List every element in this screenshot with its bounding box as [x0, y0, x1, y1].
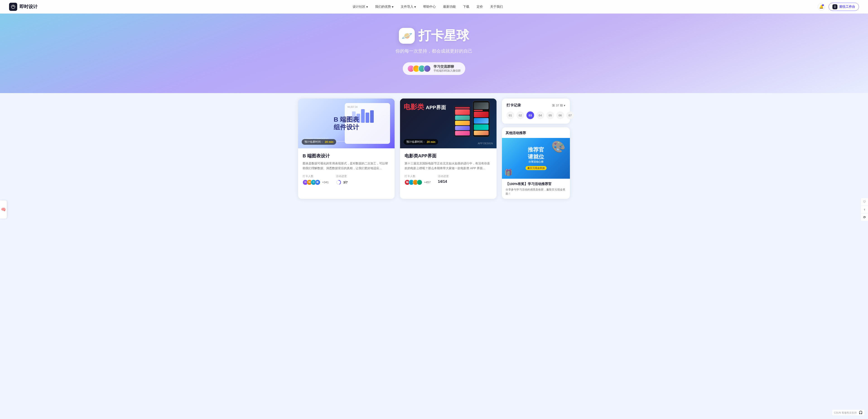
- punch-title: 打卡记录: [506, 103, 521, 108]
- navbar: 即时设计 设计社区 ▾ 我们的优势 ▾ 文件导入 ▾ 帮助中心 最新功能 下载 …: [0, 0, 868, 13]
- svg-point-2: [834, 6, 836, 7]
- card-movie-count: +457: [424, 181, 431, 184]
- nav-item-community[interactable]: 设计社区 ▾: [353, 5, 368, 9]
- card-movie-cover: 电影类 APP界面 预计临摹时间： 20 min APP DESIGN: [400, 99, 497, 148]
- nav-item-advantages[interactable]: 我们的优势 ▾: [375, 5, 394, 9]
- punch-day-num-04: 04: [536, 111, 544, 119]
- card-b-body: B 端图表设计 图表是数据可视化的常用表现形式，是对数据的二次加工，可以帮助我们…: [298, 148, 395, 190]
- card-movie-stats: 打卡人数 敬 +457 活动进度: [405, 174, 492, 185]
- logo-icon: [9, 3, 17, 11]
- punch-day-num-02: 02: [517, 111, 524, 119]
- nav-item-about[interactable]: 关于我们: [490, 5, 503, 9]
- punch-day-num-06: 06: [556, 111, 564, 119]
- punch-period-selector[interactable]: 第 37 期 ▾: [552, 103, 565, 107]
- hero-avatars: [407, 65, 431, 72]
- main-content: ¥4,837.34 ¥212,872.89 ▲ CHART COMPONEN: [253, 93, 615, 208]
- right-panel: 打卡记录 第 37 期 ▾ 01 02 03 04: [502, 99, 570, 199]
- group-chat-button[interactable]: 学习交流群聊 手机端扫码加入微信群: [403, 62, 465, 75]
- card-movie-desc: 第十三届北京国际电影节正在北京如火如荼的进行中，有没有你喜欢的电影上榜呢？那么本…: [405, 161, 492, 171]
- group-sublabel: 手机端扫码加入微信群: [434, 69, 461, 73]
- card-movie-progress-text: 14/14: [438, 180, 447, 184]
- brain-icon: 🧠: [1, 207, 6, 212]
- punch-day-06[interactable]: 06: [556, 111, 564, 119]
- card-b-participants: 打卡人数 K M C 航 +341: [303, 174, 329, 185]
- punch-day-05[interactable]: 05: [546, 111, 554, 119]
- card-movie-card-title: 电影类APP界面: [405, 153, 492, 159]
- punch-records: 打卡记录 第 37 期 ▾ 01 02 03 04: [502, 99, 570, 124]
- chevron-down-icon: ▾: [392, 5, 394, 9]
- punch-day-num-03: 03: [526, 111, 534, 119]
- notification-dot: [822, 4, 824, 6]
- card-movie-participants-content: 敬 +457: [405, 180, 431, 185]
- promo-info-desc: 分享参与学习活动的感受及收获，赢取百元现金奖励！: [505, 188, 566, 196]
- nav-item-help[interactable]: 帮助中心: [423, 5, 436, 9]
- group-label: 学习交流群聊: [434, 65, 461, 69]
- side-right-tabs: ♡ ↑ ⟳: [861, 198, 868, 221]
- hero-section: 🪐 打卡星球 你的每一次坚持，都会成就更好的自己 学习交流群聊 手机端扫码加入微…: [0, 13, 868, 93]
- card-b-desc: 图表是数据可视化的常用表现形式，是对数据的二次加工，可以帮助我们理解数据、洞悉数…: [303, 161, 390, 171]
- side-tab-1[interactable]: ♡: [861, 198, 868, 205]
- card-b-stats: 打卡人数 K M C 航 +341 活动进度: [303, 174, 390, 185]
- card-b-participants-content: K M C 航 +341: [303, 180, 329, 185]
- other-activities-title: 其他活动推荐: [502, 127, 570, 138]
- punch-day-num-07: 07: [566, 111, 574, 119]
- nav-item-download[interactable]: 下载: [463, 5, 469, 9]
- nav-right: 🔔 前往工作台: [818, 3, 859, 11]
- card-b-chart: ¥4,837.34 ¥212,872.89 ▲ CHART COMPONEN: [298, 99, 395, 199]
- punch-header: 打卡记录 第 37 期 ▾: [506, 103, 565, 108]
- side-left-panel[interactable]: 🧠: [0, 200, 7, 219]
- punch-day-03[interactable]: 03: [526, 111, 534, 119]
- card-movie: 电影类 APP界面 预计临摹时间： 20 min APP DESIGN 电影类A…: [400, 99, 497, 199]
- workspace-button[interactable]: 前往工作台: [829, 3, 859, 11]
- cards-section: ¥4,837.34 ¥212,872.89 ▲ CHART COMPONEN: [298, 99, 497, 199]
- punch-day-num-01: 01: [506, 111, 514, 119]
- card-b-cover: ¥4,837.34 ¥212,872.89 ▲ CHART COMPONEN: [298, 99, 395, 148]
- card-movie-participants: 打卡人数 敬 +457: [405, 174, 431, 185]
- chevron-down-icon: ▾: [564, 104, 565, 107]
- promo-badge: 赢百元现金奖励: [526, 166, 547, 170]
- side-tab-3[interactable]: ⟳: [861, 214, 868, 221]
- chevron-down-icon: ▾: [366, 5, 368, 9]
- notification-bell[interactable]: 🔔: [818, 3, 825, 10]
- nav-logo[interactable]: 即时设计: [9, 3, 38, 11]
- other-activities: 其他活动推荐 🎨 🎁 推荐官 请就位 分享活动心得 赢百元现金奖励 【100%有…: [502, 127, 570, 199]
- punch-day-num-05: 05: [546, 111, 554, 119]
- nav-item-import[interactable]: 文件导入 ▾: [401, 5, 416, 9]
- logo-text: 即时设计: [20, 4, 38, 10]
- nav-links: 设计社区 ▾ 我们的优势 ▾ 文件导入 ▾ 帮助中心 最新功能 下载 定价 关于…: [353, 5, 503, 9]
- stat-avatar-4: [417, 180, 422, 185]
- punch-day-02[interactable]: 02: [517, 111, 524, 119]
- punch-day-04[interactable]: 04: [536, 111, 544, 119]
- card-b-time-badge: 预计临摹时间： 20 min: [302, 139, 336, 145]
- movie-label: APP DESIGN: [478, 142, 493, 145]
- svg-point-1: [13, 5, 13, 6]
- side-tab-2[interactable]: ↑: [861, 206, 868, 213]
- footer-support: CSUN 客服售后支持 🎧: [832, 410, 864, 415]
- nav-item-new[interactable]: 最新功能: [443, 5, 456, 9]
- workspace-label: 前往工作台: [839, 5, 855, 9]
- promo-info-title: 【100%有奖】学习活动推荐官: [505, 182, 566, 186]
- card-movie-progress-wrap: 14/14: [438, 180, 449, 184]
- hero-group-text: 学习交流群聊 手机端扫码加入微信群: [434, 65, 461, 73]
- hero-planet-icon: 🪐: [399, 28, 415, 44]
- punch-days: 01 02 03 04 05 06 07: [506, 111, 565, 119]
- promo-banner[interactable]: 🎨 🎁 推荐官 请就位 分享活动心得 赢百元现金奖励: [502, 138, 570, 179]
- card-movie-progress: 活动进度 14/14: [438, 174, 449, 185]
- card-b-title: B 端图表 组件设计: [329, 111, 364, 135]
- movie-title-overlay: 电影类 APP界面: [404, 103, 446, 111]
- card-b-progress: 活动进度 3/7: [336, 174, 347, 185]
- promo-banner-text: 推荐官 请就位 分享活动心得 赢百元现金奖励: [526, 146, 547, 170]
- punch-day-01[interactable]: 01: [506, 111, 514, 119]
- card-b-progress-text: 3/7: [343, 181, 347, 184]
- card-b-count: +341: [322, 181, 329, 184]
- card-b-progress-wrap: 3/7: [336, 180, 347, 185]
- promo-info: 【100%有奖】学习活动推荐官 分享参与学习活动的感受及收获，赢取百元现金奖励！: [502, 179, 570, 199]
- avatar-4: [424, 65, 431, 72]
- hero-subtitle: 你的每一次坚持，都会成就更好的自己: [4, 48, 864, 54]
- stat-avatars-b: K M C 航: [303, 180, 320, 185]
- nav-item-pricing[interactable]: 定价: [476, 5, 483, 9]
- chevron-down-icon: ▾: [414, 5, 416, 9]
- card-movie-time-badge: 预计临摹时间： 20 min: [404, 139, 438, 145]
- punch-day-07[interactable]: 07: [566, 111, 574, 119]
- progress-circle-b: [336, 180, 341, 185]
